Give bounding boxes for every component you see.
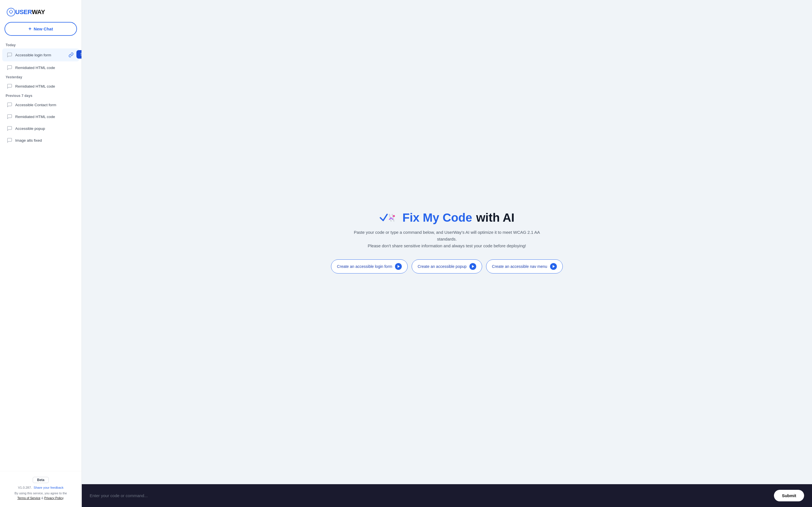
chat-icon <box>7 52 12 58</box>
new-chat-label: New Chat <box>34 26 53 31</box>
tos-link[interactable]: Terms of Service <box>17 496 40 500</box>
previous-label: Previous 7 days <box>0 92 82 99</box>
feedback-link[interactable]: Share your feedback <box>34 486 63 489</box>
logo-text: USERWAY <box>15 8 45 16</box>
today-label: Today <box>0 41 82 48</box>
chat-label-accessible-contact-form: Accessible Contact form <box>15 103 75 107</box>
svg-point-0 <box>7 8 15 16</box>
tos-text: By using this service, you agree to the … <box>4 491 77 500</box>
link-icon <box>68 52 73 57</box>
sidebar-item-accessible-login-form[interactable]: Accessible login form Share a link to th… <box>2 48 79 61</box>
suggestion-popup-label: Create an accessible popup <box>417 264 467 269</box>
play-icon-nav <box>550 263 557 270</box>
suggestion-buttons: Create an accessible login form Create a… <box>331 260 563 274</box>
suggestion-nav-menu-label: Create an accessible nav menu <box>492 264 547 269</box>
hero-title-colored: Fix My Code <box>402 211 472 224</box>
chat-icon <box>7 102 12 108</box>
beta-badge: Beta <box>33 477 49 483</box>
chat-icon <box>7 126 12 131</box>
sidebar-item-remidiated-html-prev[interactable]: Remidiated HTML code <box>2 111 79 122</box>
sidebar: USERWAY + New Chat Today Accessible logi… <box>0 0 82 507</box>
yesterday-label: Yesterday <box>0 73 82 80</box>
hero-title-rest: with AI <box>476 211 515 224</box>
play-icon-login <box>395 263 402 270</box>
privacy-link[interactable]: Privacy Policy <box>44 496 63 500</box>
new-chat-button[interactable]: + New Chat <box>4 22 77 36</box>
chat-label-accessible-popup: Accessible popup <box>15 126 75 131</box>
sidebar-bottom: Beta V1.0.287. Share your feedback By us… <box>0 471 82 507</box>
input-bar: Submit <box>82 484 812 507</box>
suggestion-login-form-button[interactable]: Create an accessible login form <box>331 260 408 274</box>
sidebar-item-image-alts-fixed[interactable]: Image alts fixed <box>2 135 79 146</box>
chat-icon <box>7 65 12 70</box>
share-btn-wrapper: Share a link to this chat <box>67 51 75 59</box>
sidebar-item-remidiated-html-yesterday[interactable]: Remidiated HTML code <box>2 80 79 92</box>
chat-label-remidiated-yesterday: Remidiated HTML code <box>15 84 75 89</box>
suggestion-nav-menu-button[interactable]: Create an accessible nav menu <box>486 260 563 274</box>
chat-label-image-alts-fixed: Image alts fixed <box>15 138 75 143</box>
main-content: Fix My Code with AI Paste your code or t… <box>82 0 812 507</box>
chat-label-remidiated-today: Remidiated HTML code <box>15 66 75 70</box>
plus-icon: + <box>29 26 32 32</box>
chat-icon <box>7 137 12 143</box>
hero-subtitle: Paste your code or type a command below,… <box>351 229 543 249</box>
code-input[interactable] <box>90 491 769 501</box>
hero-title: Fix My Code with AI <box>379 211 514 224</box>
fix-my-code-icon <box>379 212 398 224</box>
content-area: Fix My Code with AI Paste your code or t… <box>82 0 812 484</box>
chat-label-accessible-login-form: Accessible login form <box>15 53 64 57</box>
version-text: V1.0.287. Share your feedback <box>4 486 77 489</box>
suggestion-login-form-label: Create an accessible login form <box>337 264 392 269</box>
userway-logo-icon <box>7 8 15 16</box>
share-link-button[interactable] <box>67 51 75 59</box>
submit-button[interactable]: Submit <box>774 490 804 501</box>
sidebar-item-accessible-popup[interactable]: Accessible popup <box>2 123 79 134</box>
suggestion-popup-button[interactable]: Create an accessible popup <box>412 260 482 274</box>
share-tooltip: Share a link to this chat <box>77 50 82 59</box>
play-icon-popup <box>469 263 476 270</box>
logo-area: USERWAY <box>0 0 82 22</box>
sidebar-item-accessible-contact-form[interactable]: Accessible Contact form <box>2 99 79 110</box>
sidebar-item-remidiated-html-today[interactable]: Remidiated HTML code <box>2 62 79 73</box>
chat-label-remidiated-prev: Remidiated HTML code <box>15 115 75 119</box>
chat-icon <box>7 114 12 119</box>
svg-point-1 <box>10 10 11 11</box>
chat-icon <box>7 83 12 89</box>
svg-point-4 <box>393 215 395 217</box>
